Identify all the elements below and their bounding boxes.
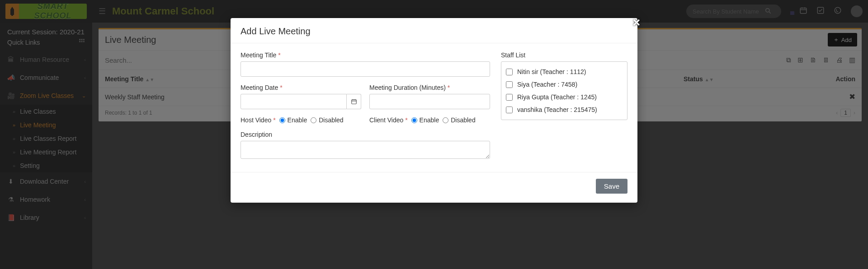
radio-client-disabled[interactable]: Disabled [443, 116, 475, 124]
input-description[interactable] [241, 141, 490, 159]
date-input-group [241, 94, 361, 109]
radio-host-enable-input[interactable] [279, 117, 285, 123]
field-client-video: Client Video * Enable Disabled [369, 116, 490, 124]
row-date-duration: Meeting Date * Meeting Duration (Minutes… [241, 84, 490, 109]
radio-client-enable[interactable]: Enable [411, 116, 439, 124]
staff-checkbox[interactable] [506, 69, 513, 75]
calendar-picker-icon[interactable] [347, 94, 361, 109]
field-description: Description [241, 131, 490, 160]
field-host-video: Host Video * Enable Disabled [241, 116, 361, 124]
required-asterisk: * [273, 116, 275, 124]
required-asterisk: * [280, 84, 282, 91]
close-icon[interactable]: × [633, 15, 640, 30]
label-meeting-date: Meeting Date * [241, 84, 361, 91]
staff-checkbox[interactable] [506, 94, 513, 101]
radio-host-disabled-label: Disabled [319, 116, 343, 124]
label-staff-list: Staff List [501, 51, 627, 59]
staff-list-box: Nitin sir (Teacher : 1112) Siya (Teacher… [501, 61, 627, 120]
save-button[interactable]: Save [596, 179, 627, 194]
label-host-video-text: Host Video [241, 116, 271, 124]
label-meeting-date-text: Meeting Date [241, 84, 278, 91]
staff-item-label: Siya (Teacher : 7458) [517, 81, 577, 88]
staff-item[interactable]: Siya (Teacher : 7458) [506, 78, 623, 91]
modal-title: Add Live Meeting [231, 18, 637, 43]
modal-body: Meeting Title * Meeting Date * Meeting D… [231, 43, 637, 172]
staff-checkbox[interactable] [506, 81, 513, 88]
label-client-video: Client Video * [369, 116, 408, 124]
input-meeting-date[interactable] [241, 94, 347, 109]
staff-item-label: vanshika (Teacher : 215475) [517, 106, 597, 113]
modal-footer: Save [231, 172, 637, 203]
radio-client-enable-label: Enable [420, 116, 439, 124]
radio-host-disabled-input[interactable] [311, 117, 316, 123]
add-live-meeting-modal: × Add Live Meeting Meeting Title * Meeti… [231, 18, 637, 203]
label-client-video-text: Client Video [369, 116, 403, 124]
modal-right-column: Staff List Nitin sir (Teacher : 1112) Si… [501, 51, 627, 167]
svg-rect-14 [351, 100, 356, 104]
field-meeting-date: Meeting Date * [241, 84, 361, 109]
staff-item-label: Nitin sir (Teacher : 1112) [517, 68, 586, 75]
staff-item-label: Riya Gupta (Teacher : 1245) [517, 93, 597, 101]
label-description: Description [241, 131, 490, 138]
radio-host-disabled[interactable]: Disabled [311, 116, 343, 124]
staff-item[interactable]: Riya Gupta (Teacher : 1245) [506, 91, 623, 103]
radio-client-disabled-label: Disabled [451, 116, 475, 124]
field-meeting-duration: Meeting Duration (Minutes) * [369, 84, 490, 109]
label-meeting-duration-text: Meeting Duration (Minutes) [369, 84, 446, 91]
radio-host-enable-label: Enable [288, 116, 307, 124]
field-meeting-title: Meeting Title * [241, 51, 490, 77]
label-meeting-title-text: Meeting Title [241, 51, 276, 59]
staff-checkbox[interactable] [506, 107, 513, 113]
staff-item[interactable]: Nitin sir (Teacher : 1112) [506, 65, 623, 78]
modal-left-column: Meeting Title * Meeting Date * Meeting D… [241, 51, 490, 167]
input-meeting-duration[interactable] [369, 94, 490, 109]
required-asterisk: * [448, 84, 450, 91]
label-meeting-title: Meeting Title * [241, 51, 490, 59]
label-meeting-duration: Meeting Duration (Minutes) * [369, 84, 490, 91]
required-asterisk: * [278, 51, 280, 59]
label-host-video: Host Video * [241, 116, 276, 124]
row-video-options: Host Video * Enable Disabled Client Vide… [241, 116, 490, 124]
required-asterisk: * [405, 116, 407, 124]
radio-client-disabled-input[interactable] [443, 117, 448, 123]
radio-host-enable[interactable]: Enable [279, 116, 307, 124]
input-meeting-title[interactable] [241, 61, 490, 77]
staff-item[interactable]: vanshika (Teacher : 215475) [506, 103, 623, 116]
radio-client-enable-input[interactable] [411, 117, 417, 123]
